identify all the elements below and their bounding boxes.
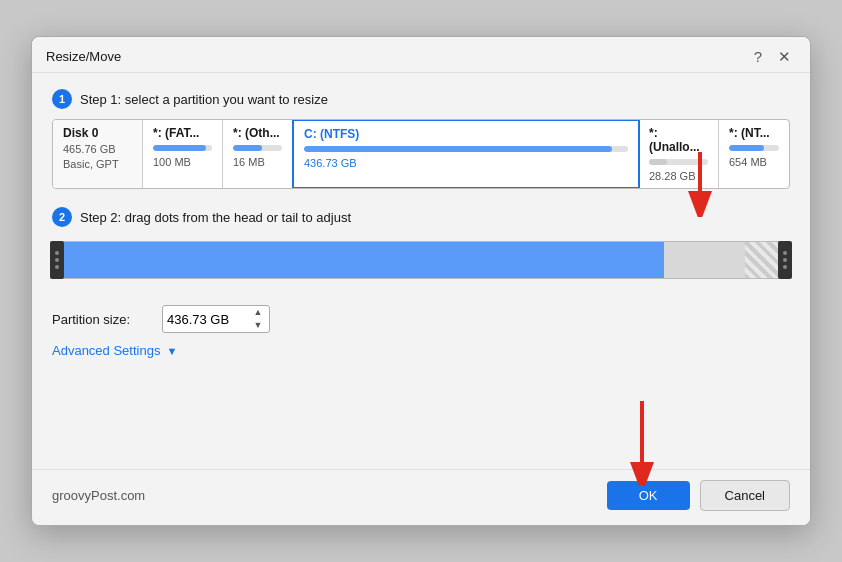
step2-label: 2 Step 2: drag dots from the head or tai… [52, 207, 790, 227]
dot2 [55, 258, 59, 262]
nt2-title: *: (NT... [729, 126, 779, 140]
rdot2 [783, 258, 787, 262]
nt2-bar [729, 145, 779, 151]
title-bar: Resize/Move ? ✕ [32, 37, 810, 73]
fat-title: *: (FAT... [153, 126, 212, 140]
disk0-size: 465.76 GB [63, 143, 132, 155]
title-bar-controls: ? ✕ [749, 47, 796, 66]
ntfs-size: 436.73 GB [304, 157, 628, 169]
resize-blue-segment [53, 242, 664, 278]
dot3 [55, 265, 59, 269]
advanced-settings-arrow-icon: ▼ [166, 345, 177, 357]
oth-bar-fill [233, 145, 262, 151]
size-spinner-down[interactable]: ▼ [251, 319, 265, 332]
size-input-wrapper[interactable]: ▲ ▼ [162, 305, 270, 333]
footer-brand: groovyPost.com [52, 488, 145, 503]
dot1 [55, 251, 59, 255]
footer-buttons: OK Cancel [607, 480, 790, 511]
step2-circle: 2 [52, 207, 72, 227]
help-button[interactable]: ? [749, 47, 767, 66]
partition-size-row: Partition size: ▲ ▼ [52, 305, 790, 333]
size-spinner-up[interactable]: ▲ [251, 306, 265, 319]
close-button[interactable]: ✕ [773, 47, 796, 66]
partition-ntfs[interactable]: C: (NTFS) 436.73 GB [292, 119, 640, 189]
resize-handle-right[interactable] [778, 241, 792, 279]
step1-label: 1 Step 1: select a partition you want to… [52, 89, 790, 109]
step2-text: Step 2: drag dots from the head or tail … [80, 210, 351, 225]
fat-size: 100 MB [153, 156, 212, 168]
dialog-body: 1 Step 1: select a partition you want to… [32, 73, 810, 469]
resize-track-inner [53, 242, 789, 278]
partition-oth[interactable]: *: (Oth... 16 MB [223, 120, 293, 188]
resize-move-dialog: Resize/Move ? ✕ 1 Step 1: select a parti… [31, 36, 811, 526]
nt2-size: 654 MB [729, 156, 779, 168]
advanced-settings-row: Advanced Settings ▼ [52, 343, 790, 358]
resize-bar-container [52, 237, 790, 283]
unallo-title: *: (Unallo... [649, 126, 708, 154]
step1-circle: 1 [52, 89, 72, 109]
rdot3 [783, 265, 787, 269]
resize-track [52, 241, 790, 279]
resize-bar-wrapper [52, 241, 790, 279]
oth-bar [233, 145, 282, 151]
left-handle-dots [55, 251, 59, 269]
unallo-bar-fill [649, 159, 667, 165]
unallo-bar [649, 159, 708, 165]
size-spinners: ▲ ▼ [251, 306, 265, 332]
partition-nt2[interactable]: *: (NT... 654 MB [719, 120, 789, 188]
cancel-button[interactable]: Cancel [700, 480, 790, 511]
nt2-bar-fill [729, 145, 764, 151]
resize-light-segment [664, 242, 745, 278]
rdot1 [783, 251, 787, 255]
partition-table: Disk 0 465.76 GB Basic, GPT *: (FAT... 1… [52, 119, 790, 189]
dialog-footer: groovyPost.com OK Cancel [32, 469, 810, 525]
fat-bar-fill [153, 145, 206, 151]
disk0-title: Disk 0 [63, 126, 132, 140]
resize-handle-left[interactable] [50, 241, 64, 279]
ntfs-bar-fill [304, 146, 612, 152]
ok-button[interactable]: OK [607, 481, 690, 510]
partition-unallo[interactable]: *: (Unallo... 28.28 GB [639, 120, 719, 188]
step1-text: Step 1: select a partition you want to r… [80, 92, 328, 107]
ntfs-bar [304, 146, 628, 152]
partition-size-label: Partition size: [52, 312, 152, 327]
right-handle-dots [783, 251, 787, 269]
step2-section: 2 Step 2: drag dots from the head or tai… [52, 207, 790, 291]
oth-title: *: (Oth... [233, 126, 282, 140]
fat-bar [153, 145, 212, 151]
advanced-settings-link[interactable]: Advanced Settings [52, 343, 160, 358]
partition-fat[interactable]: *: (FAT... 100 MB [143, 120, 223, 188]
oth-size: 16 MB [233, 156, 282, 168]
unallo-size: 28.28 GB [649, 170, 708, 182]
ok-button-wrapper: OK [607, 481, 690, 510]
ntfs-title: C: (NTFS) [304, 127, 628, 141]
partition-disk0: Disk 0 465.76 GB Basic, GPT [53, 120, 143, 188]
dialog-title: Resize/Move [46, 49, 121, 64]
disk0-info: Basic, GPT [63, 158, 132, 170]
size-input[interactable] [167, 312, 247, 327]
